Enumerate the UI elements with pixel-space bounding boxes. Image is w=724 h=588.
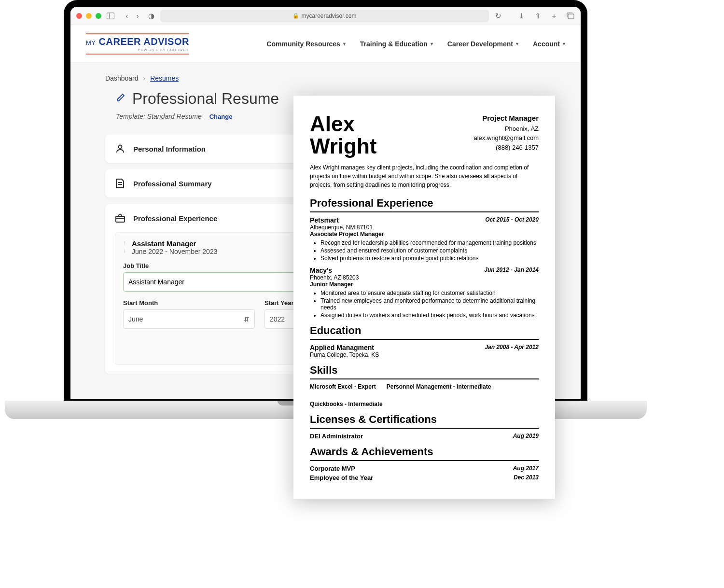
nav-community-resources[interactable]: Community Resources▾ — [266, 40, 345, 48]
chevron-down-icon: ▾ — [563, 41, 565, 46]
start-month-select[interactable]: June ⇵ — [123, 309, 255, 329]
briefcase-icon — [115, 213, 125, 224]
lock-icon: 🔒 — [292, 13, 299, 19]
minimize-window-button[interactable] — [86, 13, 92, 19]
start-month-label: Start Month — [123, 299, 255, 307]
reload-icon[interactable]: ↻ — [494, 12, 502, 20]
forward-button[interactable]: › — [133, 12, 142, 20]
resume-phone: (888) 246-1357 — [473, 143, 539, 153]
close-window-button[interactable] — [76, 13, 82, 19]
resume-contact: Project Manager Phoenix, AZ alex.wright@… — [473, 113, 539, 152]
address-bar[interactable]: 🔒 mycareeradvisor.com — [160, 10, 489, 22]
svg-rect-2 — [568, 14, 574, 19]
resume-email: alex.wright@gmail.com — [473, 133, 539, 143]
resume-summary: Alex Wright manages key client projects,… — [310, 163, 539, 189]
document-icon — [115, 178, 125, 189]
new-tab-icon[interactable]: + — [550, 12, 558, 20]
site-header: MY CAREER ADVISOR POWERED BY GOODWILL Co… — [70, 25, 581, 63]
browser-toolbar: ‹ › ◑ 🔒 mycareeradvisor.com ↻ ⤓ ⇧ + — [70, 7, 581, 25]
select-caret-icon: ⇵ — [244, 315, 250, 323]
resume-section-experience: Professional Experience — [310, 197, 539, 212]
resume-job: Macy'sJun 2012 - Jan 2014 Phoenix, AZ 85… — [310, 266, 539, 319]
sidebar-toggle-icon[interactable] — [106, 12, 115, 20]
logo-main: CAREER ADVISOR — [99, 36, 189, 47]
resume-role: Project Manager — [473, 113, 539, 124]
share-icon[interactable]: ⇧ — [533, 12, 542, 20]
edit-icon[interactable] — [116, 93, 125, 105]
browser-right-icons: ⤓ ⇧ + — [517, 12, 575, 20]
maximize-window-button[interactable] — [96, 13, 101, 19]
chevron-right-icon: › — [143, 74, 146, 82]
reorder-handle[interactable]: ↑ ↓ — [123, 239, 126, 254]
logo-subtitle: POWERED BY GOODWILL — [86, 48, 189, 52]
entry-title: Assistant Manager — [132, 239, 217, 248]
chevron-down-icon: ▾ — [516, 41, 518, 46]
nav-account[interactable]: Account▾ — [533, 40, 565, 48]
resume-section-skills: Skills — [310, 364, 539, 379]
resume-award-row: Corporate MVPAug 2017 — [310, 465, 539, 472]
url-text: mycareeradvisor.com — [301, 13, 356, 19]
template-label: Template: Standard Resume — [116, 112, 202, 120]
main-nav: Community Resources▾ Training & Educatio… — [266, 40, 565, 48]
person-icon — [115, 143, 125, 154]
breadcrumb-current[interactable]: Resumes — [150, 74, 179, 82]
nav-arrows: ‹ › — [123, 12, 142, 20]
breadcrumb: Dashboard › Resumes — [105, 74, 546, 82]
site-logo[interactable]: MY CAREER ADVISOR POWERED BY GOODWILL — [86, 33, 189, 55]
arrow-up-icon: ↑ — [123, 239, 126, 246]
tabs-icon[interactable] — [566, 12, 575, 20]
shield-icon[interactable]: ◑ — [147, 12, 155, 20]
svg-point-3 — [119, 145, 122, 149]
download-icon[interactable]: ⤓ — [517, 12, 526, 20]
resume-name: Alex Wright — [310, 113, 377, 157]
resume-preview: Alex Wright Project Manager Phoenix, AZ … — [293, 96, 555, 499]
breadcrumb-root[interactable]: Dashboard — [105, 74, 139, 82]
resume-license-row: DEI AdministratorAug 2019 — [310, 433, 539, 440]
resume-section-awards: Awards & Achievements — [310, 446, 539, 461]
svg-rect-0 — [107, 13, 114, 19]
svg-rect-6 — [116, 216, 125, 222]
entry-dates: June 2022 - November 2023 — [132, 248, 217, 255]
nav-career-development[interactable]: Career Development▾ — [447, 40, 518, 48]
resume-location: Phoenix, AZ — [473, 124, 539, 134]
section-title: Professional Summary — [133, 180, 212, 188]
resume-section-licenses: Licenses & Certifications — [310, 413, 539, 429]
section-title: Professional Experience — [133, 214, 217, 223]
resume-section-education: Education — [310, 324, 539, 340]
resume-award-row: Employee of the YearDec 2013 — [310, 474, 539, 481]
change-template-link[interactable]: Change — [209, 113, 233, 120]
resume-bullets: Monitored area to ensure adequate staffi… — [310, 290, 539, 319]
arrow-down-icon: ↓ — [123, 247, 126, 254]
resume-job: PetsmartOct 2015 - Oct 2020 Albequerque,… — [310, 216, 539, 262]
logo-prefix: MY — [86, 39, 96, 46]
chevron-down-icon: ▾ — [431, 41, 433, 46]
chevron-down-icon: ▾ — [343, 41, 346, 46]
back-button[interactable]: ‹ — [123, 12, 131, 20]
page-title: Professional Resume — [132, 90, 279, 108]
window-controls — [76, 13, 101, 19]
nav-training-education[interactable]: Training & Education▾ — [360, 40, 433, 48]
section-title: Personal Information — [133, 145, 206, 153]
resume-skills: Microsoft Excel - Expert Personnel Manag… — [310, 383, 539, 407]
resume-header: Alex Wright Project Manager Phoenix, AZ … — [310, 113, 539, 157]
resume-bullets: Recognized for leadership abilities reco… — [310, 239, 539, 262]
